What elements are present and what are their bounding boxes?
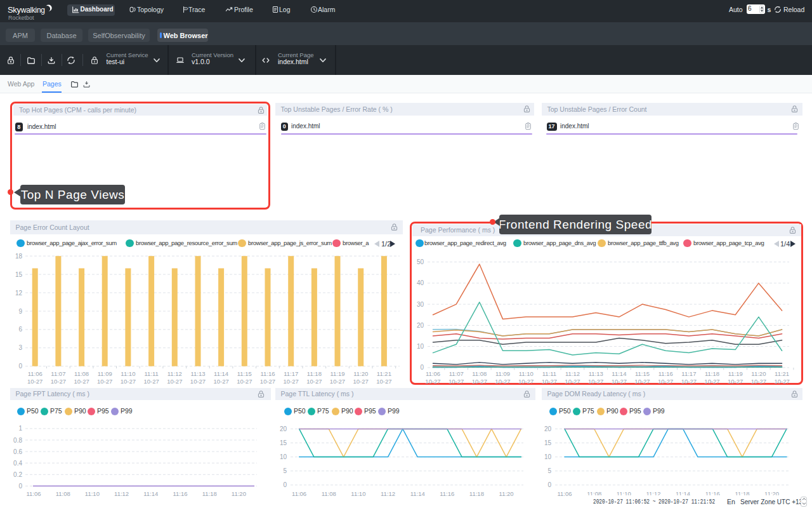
svg-text:11:15: 11:15 — [635, 370, 650, 377]
svg-text:11:20: 11:20 — [751, 370, 766, 377]
svg-text:1: 1 — [18, 425, 22, 432]
svg-text:11:12: 11:12 — [114, 490, 129, 497]
svg-text:10-27: 10-27 — [97, 378, 112, 385]
svg-text:11:14: 11:14 — [612, 370, 626, 377]
svg-text:11:17: 11:17 — [681, 370, 696, 377]
svg-text:11:19: 11:19 — [330, 370, 344, 377]
svg-text:11:14: 11:14 — [143, 490, 158, 497]
svg-text:11:16: 11:16 — [440, 490, 454, 497]
svg-text:10: 10 — [280, 453, 287, 460]
svg-text:10-27: 10-27 — [449, 378, 464, 385]
svg-text:11:12: 11:12 — [381, 490, 395, 497]
svg-text:11:11: 11:11 — [542, 370, 556, 377]
svg-text:11:06: 11:06 — [28, 370, 43, 377]
svg-text:11:17: 11:17 — [284, 370, 298, 377]
svg-text:11:08: 11:08 — [74, 370, 89, 377]
svg-text:10-27: 10-27 — [27, 378, 43, 385]
svg-text:0.8: 0.8 — [13, 437, 22, 444]
svg-text:11:10: 11:10 — [121, 370, 135, 377]
svg-text:11:20: 11:20 — [353, 370, 368, 377]
svg-text:11:08: 11:08 — [322, 490, 336, 497]
svg-text:10-27: 10-27 — [237, 378, 252, 385]
svg-text:11:06: 11:06 — [26, 490, 41, 497]
svg-text:10: 10 — [544, 453, 552, 460]
svg-text:10-27: 10-27 — [751, 378, 766, 385]
svg-text:10-27: 10-27 — [542, 378, 557, 385]
svg-text:0: 0 — [420, 364, 424, 371]
svg-text:10-27: 10-27 — [425, 378, 440, 385]
svg-text:40: 40 — [417, 279, 424, 286]
svg-text:11:16: 11:16 — [260, 370, 275, 377]
svg-text:10-27: 10-27 — [472, 378, 487, 385]
svg-text:11:14: 11:14 — [410, 490, 425, 497]
svg-text:11:18: 11:18 — [705, 370, 719, 377]
svg-text:12: 12 — [15, 290, 23, 297]
svg-text:0: 0 — [283, 481, 287, 488]
svg-text:0.4: 0.4 — [13, 460, 22, 467]
svg-text:10-27: 10-27 — [704, 378, 719, 385]
svg-text:10-27: 10-27 — [728, 378, 743, 385]
svg-text:11:11: 11:11 — [144, 370, 158, 377]
svg-text:6: 6 — [18, 326, 22, 333]
svg-text:11:10: 11:10 — [351, 490, 365, 497]
svg-text:30: 30 — [417, 301, 424, 308]
svg-text:0.2: 0.2 — [13, 471, 22, 478]
svg-text:0: 0 — [18, 483, 22, 490]
svg-text:11:12: 11:12 — [565, 370, 580, 377]
svg-text:0: 0 — [547, 481, 551, 488]
svg-text:11:16: 11:16 — [173, 490, 187, 497]
svg-text:11:14: 11:14 — [214, 370, 228, 377]
svg-text:11:20: 11:20 — [499, 490, 514, 497]
svg-text:11:20: 11:20 — [232, 490, 246, 497]
svg-text:20: 20 — [280, 425, 287, 432]
svg-text:15: 15 — [280, 439, 287, 446]
svg-text:10-27: 10-27 — [330, 378, 345, 385]
svg-text:11:13: 11:13 — [589, 370, 603, 377]
svg-text:10-27: 10-27 — [518, 378, 534, 385]
svg-text:10-27: 10-27 — [167, 378, 182, 385]
svg-text:11:07: 11:07 — [449, 370, 464, 377]
svg-text:11:09: 11:09 — [98, 370, 112, 377]
svg-text:10-27: 10-27 — [774, 378, 789, 385]
svg-text:10-27: 10-27 — [213, 378, 228, 385]
svg-text:10-27: 10-27 — [51, 378, 66, 385]
svg-text:11:07: 11:07 — [51, 370, 65, 377]
svg-text:50: 50 — [417, 258, 424, 265]
svg-text:10-27: 10-27 — [565, 378, 580, 385]
svg-text:10-27: 10-27 — [284, 378, 299, 385]
svg-text:11:06: 11:06 — [292, 490, 306, 497]
svg-text:11:10: 11:10 — [519, 370, 534, 377]
svg-text:10-27: 10-27 — [121, 378, 136, 385]
svg-text:20: 20 — [544, 425, 552, 432]
svg-text:18: 18 — [15, 253, 23, 260]
svg-text:10-27: 10-27 — [306, 378, 322, 385]
svg-text:5: 5 — [547, 467, 551, 474]
svg-text:10-27: 10-27 — [376, 378, 391, 385]
svg-text:3: 3 — [18, 344, 22, 351]
svg-text:10-27: 10-27 — [681, 378, 697, 385]
svg-text:11:15: 11:15 — [237, 370, 252, 377]
svg-text:11:21: 11:21 — [377, 370, 391, 377]
svg-text:20: 20 — [417, 322, 424, 329]
svg-text:11:08: 11:08 — [56, 490, 70, 497]
svg-text:11:18: 11:18 — [202, 490, 217, 497]
svg-text:0.6: 0.6 — [13, 448, 22, 455]
svg-text:10-27: 10-27 — [495, 378, 510, 385]
svg-text:11:16: 11:16 — [658, 370, 673, 377]
svg-text:11:08: 11:08 — [472, 370, 487, 377]
svg-text:11:09: 11:09 — [495, 370, 510, 377]
svg-text:9: 9 — [18, 308, 22, 315]
svg-text:11:18: 11:18 — [307, 370, 322, 377]
svg-text:11:13: 11:13 — [190, 370, 205, 377]
svg-text:10-27: 10-27 — [612, 378, 627, 385]
svg-text:11:19: 11:19 — [728, 370, 743, 377]
svg-text:10-27: 10-27 — [74, 378, 89, 385]
svg-text:11:18: 11:18 — [469, 490, 484, 497]
svg-text:11:21: 11:21 — [775, 370, 789, 377]
svg-text:11:12: 11:12 — [167, 370, 182, 377]
svg-text:15: 15 — [15, 271, 23, 278]
svg-text:10-27: 10-27 — [634, 378, 650, 385]
svg-text:10-27: 10-27 — [260, 378, 275, 385]
svg-text:5: 5 — [283, 467, 287, 474]
svg-text:10-27: 10-27 — [190, 378, 206, 385]
